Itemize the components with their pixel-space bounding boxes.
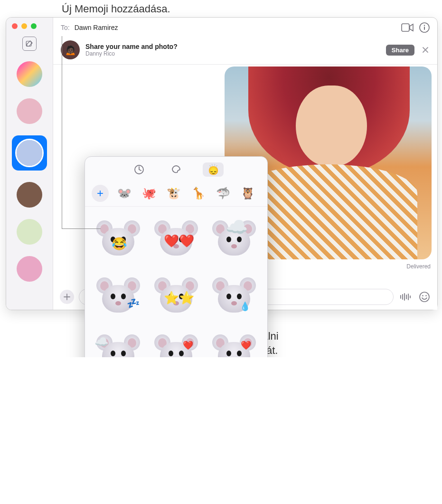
close-window-button[interactable] [12,23,18,29]
memoji-sticker-grid: 😂❤️❤️☁️💤⭐⭐💧☁️☁️❤️❤️❤️❤️❤️💧 [85,207,267,357]
compose-icon [25,39,34,48]
apps-button[interactable] [60,290,74,304]
sticker-overlay-icon: ❤️ [179,234,194,248]
clock-icon [134,164,144,175]
compose-button[interactable] [22,37,37,51]
sticker-overlay-icon: 💤 [127,297,140,310]
callout-add-memoji: Új Memoji hozzáadása. [62,3,442,15]
conversation-item[interactable] [17,61,42,87]
banner-avatar: 🙍🏿 [61,40,80,59]
conversation-item[interactable] [17,98,42,124]
sticker-pack-icon [171,164,181,175]
delivery-status: Delivered [406,263,431,270]
zoom-window-button[interactable] [31,23,37,29]
memoji-sticker[interactable]: ☁️ [207,213,261,265]
conversation-header: To: Dawn Ramirez [53,18,437,37]
banner-title: Share your name and photo? [85,43,178,50]
memoji-sticker[interactable]: ❤️❤️ [207,327,261,357]
to-label: To: [61,24,70,31]
sticker-overlay-icon: ☁️ [94,335,109,349]
popover-tabs: 🙂‍↕️ [85,157,267,180]
conversation-list [12,57,47,282]
sticker-overlay-icon: ❤️ [241,340,251,351]
memoji-sticker[interactable]: ⭐⭐ [150,270,203,322]
callout-leader [62,36,62,228]
memoji-avatar-octopus[interactable]: 🐙 [140,184,158,202]
to-recipient: Dawn Ramirez [75,24,118,31]
svg-point-7 [425,295,427,296]
svg-rect-4 [424,27,425,30]
audio-record-button[interactable] [398,290,413,304]
close-icon [422,47,429,53]
memoji-sticker[interactable]: ☁️☁️ [92,327,145,357]
waveform-icon [400,293,411,301]
svg-point-5 [420,292,429,302]
share-button[interactable]: Share [386,45,414,56]
add-memoji-button[interactable]: + [92,185,109,202]
conversation-item[interactable] [17,182,42,208]
video-camera-icon [401,23,414,32]
emoji-picker-button[interactable] [417,290,432,304]
details-button[interactable] [418,21,431,34]
conversation-item[interactable] [17,256,42,282]
conversation-item-selected[interactable] [12,135,47,171]
memoji-sticker-popover: 🙂‍↕️ + 🐭 🐙 🐮 🦒 🦈 🦉 😂❤️❤️☁️💤⭐⭐💧☁️☁️❤️❤️❤️… [85,156,268,357]
memoji-sticker[interactable]: 💧 [207,270,261,322]
sticker-overlay-icon: 😂 [112,237,127,251]
sidebar [6,18,53,310]
minimize-window-button[interactable] [21,23,27,29]
tab-stickers[interactable] [166,162,187,177]
svg-rect-1 [402,24,409,31]
memoji-icon: 🙂‍↕️ [207,164,219,175]
window-controls [6,23,37,29]
memoji-avatar-mouse[interactable]: 🐭 [115,184,133,202]
share-name-banner: 🙍🏿 Share your name and photo? Danny Rico… [53,37,437,65]
sticker-overlay-icon: ☁️ [226,217,248,238]
sticker-overlay-icon: ❤️ [164,234,179,248]
callout-leader [62,228,101,229]
memoji-avatar-shark[interactable]: 🦈 [214,184,232,202]
plus-icon [63,293,71,301]
tab-memoji[interactable]: 🙂‍↕️ [203,162,224,177]
sticker-overlay-icon: 💧 [240,301,250,312]
memoji-avatar-owl[interactable]: 🦉 [239,184,257,202]
memoji-sticker[interactable]: 💤 [92,270,145,322]
svg-point-3 [424,25,425,26]
sticker-overlay-icon: ⭐ [164,291,179,305]
memoji-avatar-row: + 🐭 🐙 🐮 🦒 🦈 🦉 [85,180,267,207]
memoji-sticker[interactable]: ❤️❤️ [150,213,203,265]
facetime-button[interactable] [401,21,414,34]
sticker-overlay-icon: ⭐ [179,291,194,305]
conversation-item[interactable] [17,219,42,245]
dismiss-banner-button[interactable] [420,45,431,55]
svg-point-6 [422,295,423,296]
memoji-avatar-cow[interactable]: 🐮 [165,184,183,202]
banner-subtitle: Danny Rico [85,50,178,57]
smiley-icon [419,292,430,302]
memoji-sticker[interactable]: ❤️❤️❤️ [150,327,203,357]
memoji-avatar-giraffe[interactable]: 🦒 [189,184,207,202]
sticker-overlay-icon: ❤️ [183,340,193,351]
info-icon [419,22,430,33]
tab-recent[interactable] [129,162,150,177]
memoji-sticker[interactable]: 😂 [92,213,145,265]
